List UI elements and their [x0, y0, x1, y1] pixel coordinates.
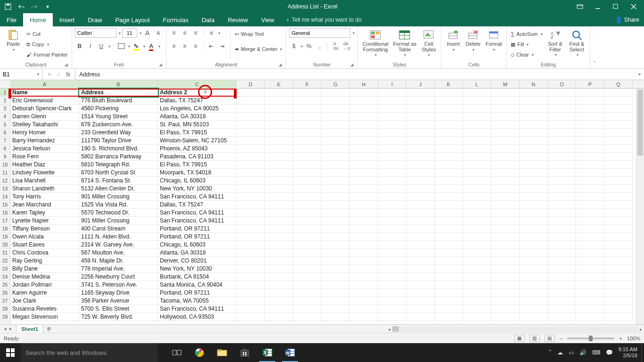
cell[interactable]	[293, 185, 322, 193]
formula-input[interactable]: Address	[75, 69, 635, 80]
cell[interactable]	[237, 217, 265, 225]
cell[interactable]	[293, 153, 322, 161]
cell[interactable]	[520, 121, 548, 129]
table-row[interactable]: Tony Harris901 Miller CrossingSan Franci…	[10, 193, 644, 201]
cell[interactable]	[265, 177, 293, 185]
cell[interactable]: Phoenix, AZ 85043	[158, 145, 237, 153]
cell[interactable]	[237, 201, 265, 209]
cell[interactable]	[576, 201, 604, 209]
row-header-29[interactable]: 29	[0, 313, 10, 321]
cell[interactable]: Henry Homer	[10, 129, 79, 137]
cell[interactable]	[322, 169, 350, 177]
cell[interactable]: Joe Clark	[10, 297, 79, 305]
font-color-button[interactable]: A	[147, 41, 156, 51]
cell[interactable]	[463, 257, 491, 265]
cell[interactable]	[293, 273, 322, 281]
cell[interactable]	[491, 305, 520, 313]
cell[interactable]	[406, 281, 435, 289]
cell[interactable]: Lynette Napier	[10, 217, 79, 225]
cell[interactable]	[463, 113, 491, 121]
cell[interactable]	[406, 217, 435, 225]
column-header-D[interactable]: D	[237, 80, 265, 89]
column-header-C[interactable]: C	[158, 80, 237, 89]
cell[interactable]	[293, 225, 322, 233]
table-row[interactable]: Joe Clark356 Parker AvenueTacoma, WA 700…	[10, 297, 644, 305]
cell[interactable]	[604, 225, 633, 233]
cell[interactable]	[491, 177, 520, 185]
column-header-E[interactable]: E	[265, 80, 293, 89]
cell[interactable]	[237, 249, 265, 257]
cell[interactable]	[463, 129, 491, 137]
tray-action-center-icon[interactable]: 💬	[606, 349, 613, 356]
cell[interactable]	[237, 177, 265, 185]
cell[interactable]	[265, 105, 293, 113]
cell[interactable]	[435, 265, 463, 273]
cell[interactable]	[265, 257, 293, 265]
cell[interactable]: 190 S. Richmond Blvd.	[79, 145, 158, 153]
cell[interactable]	[520, 185, 548, 193]
cell[interactable]	[293, 209, 322, 217]
cell[interactable]	[576, 233, 604, 241]
cell[interactable]	[265, 297, 293, 305]
cell[interactable]: San Francisco, CA 94111	[158, 193, 237, 201]
cell[interactable]	[604, 97, 633, 105]
cell[interactable]: 2314 W. Garvey Ave.	[79, 241, 158, 249]
cell[interactable]	[520, 97, 548, 105]
cell[interactable]	[265, 289, 293, 297]
cell[interactable]	[491, 297, 520, 305]
horizontal-scrollbar[interactable]: ◂ ▸	[58, 325, 644, 333]
cell[interactable]	[435, 185, 463, 193]
start-button[interactable]	[0, 343, 21, 362]
cell[interactable]	[604, 257, 633, 265]
cell[interactable]	[491, 233, 520, 241]
cell[interactable]	[265, 281, 293, 289]
cell[interactable]	[406, 241, 435, 249]
cell[interactable]	[322, 121, 350, 129]
font-size-dropdown[interactable]: ▾	[140, 31, 141, 35]
cell[interactable]	[237, 209, 265, 217]
cell[interactable]	[378, 113, 406, 121]
cell[interactable]	[293, 265, 322, 273]
cell[interactable]	[548, 105, 576, 113]
cell[interactable]: 2256 Newburry Court	[79, 273, 158, 281]
copy-button[interactable]: ⧉Copy▾	[25, 40, 69, 49]
cell[interactable]: Winston-Salem, NC 27105	[158, 137, 237, 145]
cell[interactable]	[237, 313, 265, 321]
cell[interactable]	[520, 225, 548, 233]
cell[interactable]	[491, 257, 520, 265]
cell[interactable]	[548, 313, 576, 321]
row-headers[interactable]: 1234567891011121314151617181920212223242…	[0, 80, 10, 324]
cell[interactable]	[463, 105, 491, 113]
table-row[interactable]: Denise Medina2256 Newburry CourtBurbank,…	[10, 273, 644, 281]
system-tray[interactable]: ˄ ☁ ▭ 🔊 ⌨ 💬	[547, 349, 615, 356]
row-header-14[interactable]: 14	[0, 193, 10, 201]
row-header-26[interactable]: 26	[0, 289, 10, 297]
cell[interactable]	[576, 313, 604, 321]
cell[interactable]	[378, 289, 406, 297]
cell[interactable]	[378, 137, 406, 145]
view-normal-button[interactable]: ▦	[514, 335, 525, 342]
cell[interactable]	[350, 257, 378, 265]
cell[interactable]	[576, 249, 604, 257]
cell[interactable]	[576, 225, 604, 233]
cell[interactable]	[322, 305, 350, 313]
cell[interactable]: Atlanta, GA 30318	[158, 113, 237, 121]
cell[interactable]	[604, 281, 633, 289]
cell[interactable]	[548, 161, 576, 169]
cell[interactable]	[378, 145, 406, 153]
redo-icon[interactable]	[31, 3, 38, 10]
cell[interactable]	[237, 89, 265, 97]
cell[interactable]	[406, 105, 435, 113]
row-header-18[interactable]: 18	[0, 225, 10, 233]
cell[interactable]	[604, 297, 633, 305]
enter-formula-icon[interactable]: ✓	[57, 71, 61, 78]
taskbar-explorer[interactable]	[211, 343, 233, 362]
row-header-1[interactable]: 1	[0, 89, 10, 97]
cell[interactable]	[378, 97, 406, 105]
cell[interactable]	[350, 137, 378, 145]
table-row[interactable]: Sharon Landreth5132 Allen Center Dr.New …	[10, 185, 644, 193]
cell[interactable]: Stuart Eaves	[10, 241, 79, 249]
cell[interactable]: 5802 Barranca Parkway	[79, 153, 158, 161]
table-row[interactable]: Lindsey Flowette6703 North Cyrstal StMoo…	[10, 169, 644, 177]
taskbar-excel[interactable]: X	[256, 343, 278, 362]
